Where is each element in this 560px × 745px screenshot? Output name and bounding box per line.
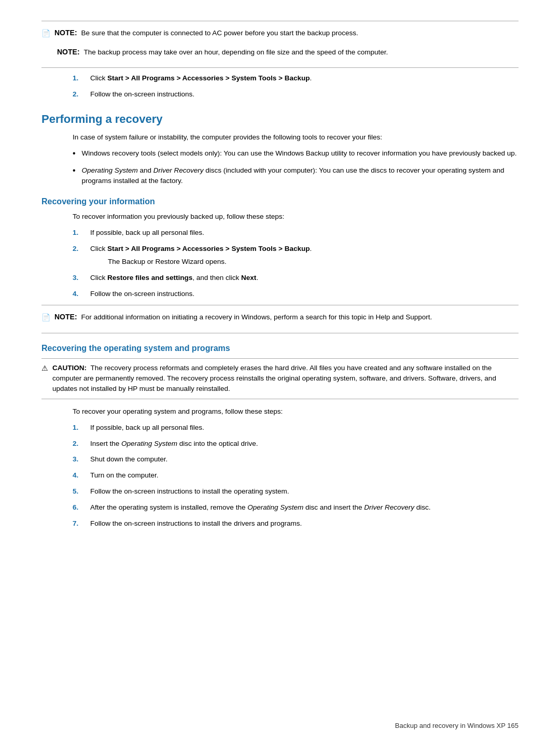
- note-1: 📄 NOTE: Be sure that the computer is con…: [41, 25, 519, 40]
- note-icon-3: 📄: [41, 313, 50, 321]
- recovering-info-body: To recover information you previously ba…: [73, 212, 519, 222]
- recover-os-step-4: 4. Turn on the computer.: [73, 470, 519, 481]
- recovering-info-heading: Recovering your information: [41, 197, 519, 206]
- note-block-3: 📄 NOTE: For additional information on in…: [41, 305, 519, 333]
- recover-os-step-6: 6. After the operating system is install…: [73, 502, 519, 513]
- footer-text: Backup and recovery in Windows XP 165: [395, 722, 519, 729]
- recover-info-step-1: 1. If possible, back up all personal fil…: [73, 228, 519, 238]
- caution-block: ⚠ CAUTION: The recovery process reformat…: [41, 358, 519, 399]
- caution-icon: ⚠: [41, 364, 48, 372]
- intro-step-2: 2. Follow the on-screen instructions.: [73, 89, 519, 100]
- intro-step-1: 1. Click Start > All Programs > Accessor…: [73, 73, 519, 84]
- recovering-info-steps: 1. If possible, back up all personal fil…: [73, 228, 519, 300]
- note-2: NOTE: The backup process may take over a…: [41, 45, 519, 59]
- note-2-text: NOTE: The backup process may take over a…: [57, 48, 388, 56]
- recover-os-step-1: 1. If possible, back up all personal fil…: [73, 423, 519, 433]
- recover-os-step-7: 7. Follow the on-screen instructions to …: [73, 518, 519, 529]
- recovering-os-steps: 1. If possible, back up all personal fil…: [73, 423, 519, 529]
- recovering-os-body: To recover your operating system and pro…: [73, 406, 519, 417]
- step-2-sub: The Backup or Restore Wizard opens.: [108, 257, 312, 268]
- intro-steps: 1. Click Start > All Programs > Accessor…: [73, 73, 519, 100]
- note-3: 📄 NOTE: For additional information on in…: [41, 310, 519, 325]
- bullet-2-text: Operating System and Driver Recovery dis…: [82, 165, 519, 187]
- performing-recovery-bullets: • Windows recovery tools (select models …: [73, 148, 519, 187]
- caution-text: CAUTION: The recovery process reformats …: [52, 363, 519, 395]
- recover-info-step-2: 2. Click Start > All Programs > Accessor…: [73, 244, 519, 268]
- recover-os-step-3: 3. Shut down the computer.: [73, 454, 519, 465]
- performing-recovery-body: In case of system failure or instability…: [73, 132, 519, 143]
- recover-info-step-4: 4. Follow the on-screen instructions.: [73, 289, 519, 300]
- recover-info-step-3: 3. Click Restore files and settings, and…: [73, 273, 519, 284]
- note-icon-1: 📄: [41, 29, 50, 37]
- note-3-text: NOTE: For additional information on init…: [54, 313, 432, 321]
- bullet-dot-2: •: [73, 164, 76, 177]
- performing-recovery-heading: Performing a recovery: [41, 113, 519, 126]
- bullet-2: • Operating System and Driver Recovery d…: [73, 165, 519, 187]
- bullet-dot-1: •: [73, 147, 76, 160]
- recovering-os-heading: Recovering the operating system and prog…: [41, 344, 519, 353]
- bullet-1-text: Windows recovery tools (select models on…: [82, 148, 517, 159]
- bullet-1: • Windows recovery tools (select models …: [73, 148, 519, 160]
- page-content: 📄 NOTE: Be sure that the computer is con…: [0, 0, 560, 576]
- recover-os-step-2: 2. Insert the Operating System disc into…: [73, 439, 519, 449]
- page-footer: Backup and recovery in Windows XP 165: [395, 722, 519, 729]
- note-block-top: 📄 NOTE: Be sure that the computer is con…: [41, 21, 519, 68]
- note-1-text: NOTE: Be sure that the computer is conne…: [54, 29, 358, 37]
- recover-os-step-5: 5. Follow the on-screen instructions to …: [73, 486, 519, 497]
